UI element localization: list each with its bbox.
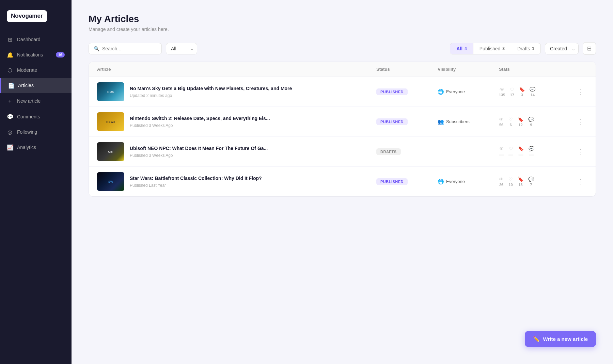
logo-text: Novogamer	[11, 13, 43, 19]
stat-bookmarks-val: 3	[521, 93, 523, 97]
tab-all-label: All	[456, 46, 462, 51]
article-date: Updated 2 minutes ago	[130, 93, 292, 98]
article-text: Star Wars: Battlefront Classic Collectio…	[130, 175, 262, 187]
table-row: SW Star Wars: Battlefront Classic Collec…	[89, 167, 596, 196]
comment-icon: 💬	[528, 177, 534, 182]
article-status: PUBLISHED	[376, 88, 438, 95]
article-title: No Man's Sky Gets a Big Update with New …	[130, 85, 292, 92]
eye-icon: 👁	[499, 117, 504, 122]
more-options-button[interactable]: ⋮	[574, 147, 587, 157]
logo: Novogamer	[0, 7, 72, 32]
stat-views-val: 135	[499, 93, 505, 97]
sidebar-item-label: Articles	[18, 83, 34, 88]
tab-published[interactable]: Published 3	[473, 43, 511, 54]
more-options-button[interactable]: ⋮	[574, 117, 587, 127]
users-icon: 👥	[438, 119, 444, 125]
sidebar-item-label: Notifications	[17, 52, 43, 57]
visibility-cell: 🌐 Everyone	[438, 179, 499, 185]
stat-likes: ♡ 6	[508, 117, 513, 127]
visibility-label: Subscribers	[446, 119, 470, 124]
article-thumbnail: NMS	[97, 82, 124, 101]
tab-all-count: 4	[465, 46, 467, 51]
sort-select[interactable]: Created Updated Title	[545, 43, 579, 54]
stat-bookmarks-val: 12	[518, 123, 522, 127]
stat-likes: ♡ —	[508, 146, 513, 158]
article-thumbnail: NSW2	[97, 112, 124, 131]
sidebar-item-moderate[interactable]: ⬡ Moderate	[0, 63, 72, 78]
stat-views: 👁 26	[499, 177, 504, 187]
thumbnail-image: UBI	[97, 142, 124, 161]
stats-cell: 👁 26 ♡ 10 🔖 13 💬 7	[499, 177, 574, 187]
notifications-icon: 🔔	[7, 52, 13, 58]
sidebar-item-label: Analytics	[17, 145, 36, 150]
stat-comments-val: 9	[530, 123, 532, 127]
sidebar-item-label: Moderate	[17, 67, 37, 73]
stat-comments-val: 7	[530, 183, 532, 187]
stat-bookmarks-val: 13	[518, 183, 522, 187]
article-text: Ubisoft NEO NPC: What Does It Mean For T…	[130, 145, 268, 158]
page-subtitle: Manage and create your articles here.	[89, 27, 596, 32]
article-info: NSW2 Nintendo Switch 2: Release Date, Sp…	[97, 112, 376, 131]
heart-icon: ♡	[508, 177, 513, 182]
bookmark-icon: 🔖	[518, 117, 523, 122]
sidebar-item-comments[interactable]: 💬 Comments	[0, 110, 72, 124]
stat-views-val: 26	[499, 183, 503, 187]
toolbar: 🔍 All Game Review News All 4 Published 3…	[89, 42, 596, 55]
page-title: My Articles	[89, 14, 596, 24]
status-badge: PUBLISHED	[376, 118, 408, 125]
stat-bookmarks: 🔖 13	[518, 177, 523, 187]
status-badge: DRAFTS	[376, 148, 401, 155]
analytics-icon: 📈	[7, 144, 13, 151]
heart-icon: ♡	[509, 146, 513, 151]
article-date: Published 3 Weeks Ago	[130, 153, 268, 158]
search-icon: 🔍	[94, 46, 99, 51]
th-stats: Stats	[499, 67, 574, 72]
th-visibility: Visibility	[438, 67, 499, 72]
visibility-cell: —	[438, 149, 499, 154]
sidebar-item-following[interactable]: ◎ Following	[0, 125, 72, 139]
sidebar-item-label: Dashboard	[17, 37, 41, 42]
stat-comments: 💬 14	[530, 87, 535, 97]
search-input[interactable]	[102, 46, 157, 51]
sidebar-item-dashboard[interactable]: ⊞ Dashboard	[0, 32, 72, 47]
th-article: Article	[97, 67, 376, 72]
article-title: Star Wars: Battlefront Classic Collectio…	[130, 175, 262, 181]
sidebar-item-articles[interactable]: 📄 Articles	[0, 78, 72, 93]
heart-icon: ♡	[510, 87, 514, 92]
stat-likes: ♡ 17	[510, 87, 514, 97]
sidebar-item-notifications[interactable]: 🔔 Notifications 16	[0, 48, 72, 62]
stat-comments-val: —	[529, 152, 534, 158]
search-box: 🔍	[89, 43, 162, 54]
write-button-label: Write a new article	[543, 336, 588, 342]
comment-icon: 💬	[530, 87, 535, 92]
tab-drafts[interactable]: Drafts 1	[511, 43, 540, 54]
stat-views: 👁 56	[499, 117, 504, 127]
filter-icon-button[interactable]: ⊟	[583, 42, 596, 55]
sidebar-item-new-article[interactable]: ＋ New article	[0, 94, 72, 109]
write-icon: ✏️	[533, 336, 540, 342]
tab-all[interactable]: All 4	[450, 43, 473, 54]
stat-bookmarks: 🔖 3	[519, 87, 525, 97]
stat-views-val: 56	[499, 123, 503, 127]
article-date: Published 3 Weeks Ago	[130, 123, 270, 128]
more-options-button[interactable]: ⋮	[574, 87, 587, 97]
stat-likes-val: 6	[509, 123, 512, 127]
stat-bookmarks: 🔖 —	[518, 146, 524, 158]
stat-comments: 💬 —	[529, 146, 534, 158]
bookmark-icon: 🔖	[518, 177, 523, 182]
article-text: No Man's Sky Gets a Big Update with New …	[130, 85, 292, 98]
more-options-button[interactable]: ⋮	[574, 177, 587, 187]
article-status: DRAFTS	[376, 148, 438, 155]
article-table: Article Status Visibility Stats NMS No M…	[89, 62, 596, 197]
filter-tabs: All 4 Published 3 Drafts 1	[450, 43, 541, 54]
stat-likes-val: —	[508, 152, 513, 158]
sidebar-item-analytics[interactable]: 📈 Analytics	[0, 140, 72, 155]
moderate-icon: ⬡	[7, 67, 13, 73]
articles-icon: 📄	[8, 82, 14, 89]
comment-icon: 💬	[528, 117, 534, 122]
filter-select[interactable]: All Game Review News	[166, 43, 197, 54]
write-new-article-button[interactable]: ✏️ Write a new article	[525, 331, 596, 347]
comment-icon: 💬	[529, 146, 534, 151]
comments-icon: 💬	[7, 114, 13, 120]
stat-bookmarks: 🔖 12	[518, 117, 523, 127]
